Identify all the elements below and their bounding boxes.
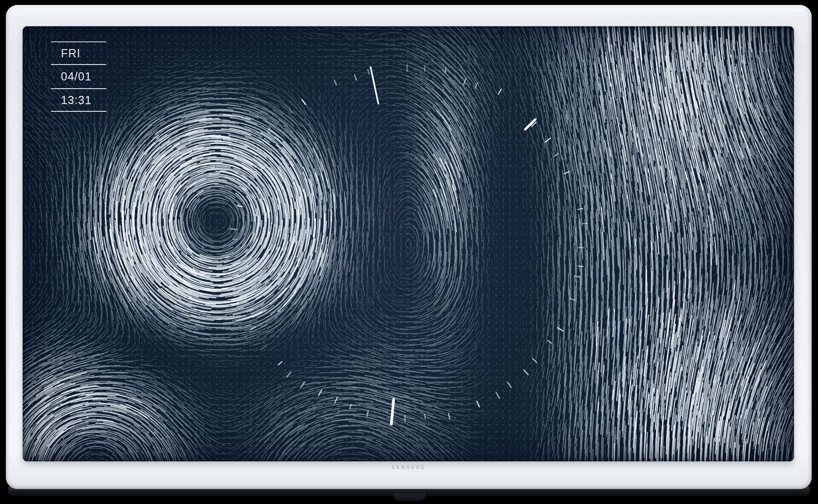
product-backdrop: FRI 04/01 13:31 SAMSUNG <box>0 0 818 504</box>
tv-stand-mount <box>394 494 425 501</box>
samsung-logo: SAMSUNG <box>6 465 812 470</box>
screen-vignette <box>23 26 794 461</box>
tv-frame: FRI 04/01 13:31 SAMSUNG <box>6 5 812 489</box>
tv-screen: FRI 04/01 13:31 <box>23 26 794 461</box>
